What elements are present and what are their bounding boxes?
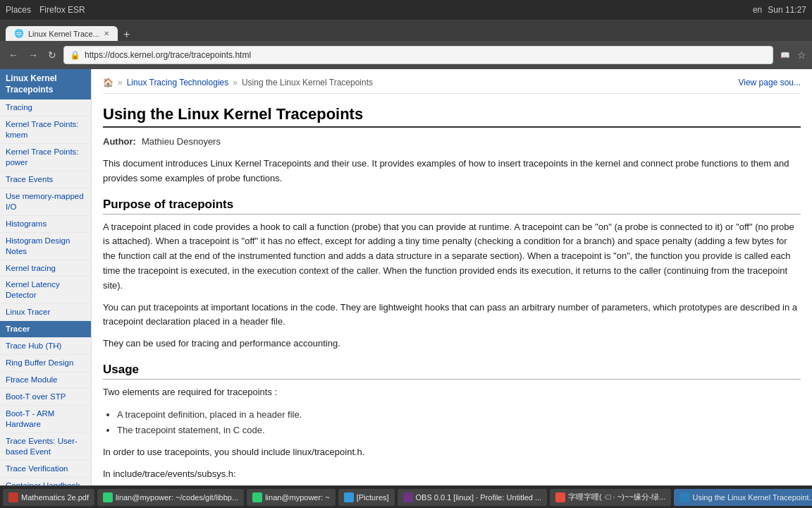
sidebar-item-7[interactable]: Kernel tracing [0,260,91,277]
taskbar-label-0: Mathematics 2e.pdf [21,493,89,502]
sidebar-item-15[interactable]: Boot-T - ARM Hardware [0,406,91,433]
back-button[interactable]: ← [6,48,21,62]
sidebar-item-17[interactable]: Trace Verification [0,461,91,478]
purpose-paragraph-2: You can put tracepoints at important loc… [103,301,801,330]
forward-button[interactable]: → [25,48,41,62]
taskbar-item-6[interactable]: Using the Linux Kernel Tracepoint... [674,489,812,506]
taskbar: Mathematics 2e.pdflinan@mypower: ~/codes… [0,485,812,508]
address-bar[interactable]: 🔒 https://docs.kernel.org/trace/tracepoi… [63,46,773,64]
breadcrumb-current: Using the Linux Kernel Tracepoints [242,78,373,87]
reader-view-button[interactable]: 📖 [777,49,793,61]
sidebar-title-line1: Linux Kernel [6,73,85,85]
sidebar-item-6[interactable]: Histogram Design Notes [0,233,91,260]
breadcrumb-sep2: » [233,78,238,87]
tab-bar: 🌐 Linux Kernel Trace... ✕ + [0,20,812,41]
taskbar-label-2: linan@mypower: ~ [265,493,330,502]
usage-paragraph-2: In include/trace/events/subsys.h: [103,467,801,482]
pdf-icon [8,492,18,502]
terminal-icon [252,492,262,502]
view-source-link[interactable]: View page sou... [738,78,801,87]
author-label: Author: [103,136,136,147]
sidebar-item-1[interactable]: Kernel Trace Points: kmem [0,116,91,144]
sidebar-item-11[interactable]: Trace Hub (TH) [0,338,91,355]
taskbar-item-4[interactable]: OBS 0.0.1 [linux] · Profile: Untitled ..… [398,489,548,506]
breadcrumb-sep1: » [118,78,123,87]
sidebar-item-10[interactable]: Tracer [0,321,91,338]
taskbar-item-0[interactable]: Mathematics 2e.pdf [3,489,94,506]
sidebar-item-14[interactable]: Boot-T over STP [0,389,91,406]
purpose-paragraph-1: A tracepoint placed in code provides a h… [103,220,801,294]
chrome-icon [679,492,689,502]
breadcrumb-link1[interactable]: Linux Tracing Technologies [127,78,229,87]
author-name: Mathieu Desnoyers [142,136,221,147]
new-tab-button[interactable]: + [121,28,133,41]
terminal-icon [103,492,113,502]
sidebar-item-3[interactable]: Trace Events [0,171,91,188]
sidebar-item-9[interactable]: Linux Tracer [0,304,91,321]
bullet-item-0: A tracepoint definition, placed in a hea… [117,407,801,423]
places-menu[interactable]: Places [6,5,31,15]
usage-section-title: Usage [103,363,801,380]
address-bar-container: ← → ↻ 🔒 https://docs.kernel.org/trace/tr… [0,41,812,69]
usage-intro: Two elements are required for tracepoint… [103,385,801,400]
locale: en [753,5,762,15]
purpose-section-title: Purpose of tracepoints [103,198,801,214]
taskbar-label-5: 字哩字哩( ·□ · ~)~~缘分-绿... [568,492,665,502]
sidebar-item-16[interactable]: Trace Events: User-based Event [0,433,91,461]
tab-title: Linux Kernel Trace... [28,30,99,38]
breadcrumb: 🏠 » Linux Tracing Technologies » Using t… [103,78,801,94]
tab-favicon: 🌐 [14,29,24,38]
browser-tab[interactable]: 🌐 Linux Kernel Trace... ✕ [6,26,118,41]
pictures-icon [344,492,354,502]
page-title: Using the Linux Kernel Tracepoints [103,105,801,128]
sidebar-item-12[interactable]: Ring Buffer Design [0,355,91,372]
main-layout: Linux Kernel Tracepoints TracingKernel T… [0,69,812,508]
sidebar-item-0[interactable]: Tracing [0,99,91,116]
sidebar-item-2[interactable]: Kernel Trace Points: power [0,144,91,171]
sidebar-item-8[interactable]: Kernel Latency Detector [0,277,91,304]
taskbar-item-3[interactable]: [Pictures] [338,489,395,506]
bullet-item-1: The tracepoint statement, in C code. [117,423,801,438]
firefox-menu[interactable]: Firefox ESR [39,5,85,15]
taskbar-label-4: OBS 0.0.1 [linux] · Profile: Untitled ..… [416,493,542,502]
taskbar-label-1: linan@mypower: ~/codes/git/libbp... [116,493,238,502]
taskbar-label-3: [Pictures] [357,493,389,502]
top-bar: Places Firefox ESR en Sun 11:27 [0,0,812,20]
tab-close-button[interactable]: ✕ [104,30,109,37]
site-favicon: 🔒 [70,50,80,60]
usage-bullet-list: A tracepoint definition, placed in a hea… [117,407,801,438]
author-block: Author: Mathieu Desnoyers [103,136,801,147]
sidebar-item-13[interactable]: Ftrace Module [0,372,91,389]
sidebar-header: Linux Kernel Tracepoints [0,69,91,99]
url-text[interactable]: https://docs.kernel.org/trace/tracepoint… [85,50,251,60]
content-area: 🏠 » Linux Tracing Technologies » Using t… [92,69,812,508]
sidebar: Linux Kernel Tracepoints TracingKernel T… [0,69,92,508]
obs-icon [403,492,413,502]
clock: Sun 11:27 [768,5,806,15]
purpose-paragraph-3: They can be used for tracing and perform… [103,337,801,351]
sidebar-item-4[interactable]: Use memory-mapped I/O [0,188,91,216]
bookmark-button[interactable]: ☆ [797,49,806,61]
sidebar-item-5[interactable]: Histograms [0,216,91,233]
intro-paragraph: This document introduces Linux Kernel Tr… [103,157,801,186]
usage-paragraph-1: In order to use tracepoints, you should … [103,445,801,460]
taskbar-item-2[interactable]: linan@mypower: ~ [247,489,336,506]
breadcrumb-home[interactable]: 🏠 [103,78,113,87]
refresh-button[interactable]: ↻ [45,48,59,62]
taskbar-item-1[interactable]: linan@mypower: ~/codes/git/libbp... [97,489,244,506]
browser-icon [555,492,565,502]
taskbar-label-6: Using the Linux Kernel Tracepoint... [692,493,812,502]
taskbar-item-5[interactable]: 字哩字哩( ·□ · ~)~~缘分-绿... [550,489,671,506]
sidebar-title-line2: Tracepoints [6,85,85,96]
